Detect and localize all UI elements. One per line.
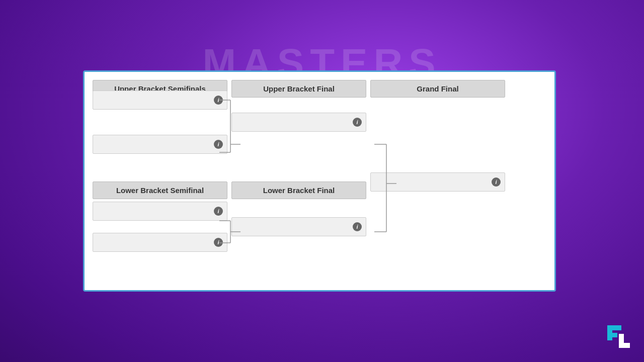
- lb-final-match: i: [231, 217, 366, 236]
- grand-final-header: Grand Final: [370, 80, 505, 98]
- lower-final-header: Lower Bracket Final: [231, 182, 366, 199]
- ub-semis-match2: i: [93, 135, 227, 154]
- upper-final-header: Upper Bracket Final: [231, 80, 366, 98]
- svg-rect-16: [607, 325, 621, 330]
- lb-semis-match-top: i: [93, 202, 227, 221]
- lb-semis-match-bottom-info[interactable]: i: [214, 238, 223, 247]
- ub-final-match-info[interactable]: i: [353, 118, 362, 127]
- fl-logo-icon: [605, 323, 635, 353]
- lower-semifinal-header: Lower Bracket Semifinal: [93, 182, 227, 199]
- grand-final-match-info[interactable]: i: [492, 177, 501, 187]
- grand-final-match: i: [370, 172, 505, 192]
- svg-rect-19: [619, 343, 630, 348]
- lb-final-match-info[interactable]: i: [353, 222, 362, 231]
- bracket-card: Upper Bracket Semifinals Upper Bracket F…: [83, 70, 556, 292]
- svg-rect-17: [607, 333, 617, 337]
- lb-semis-match-bottom: i: [93, 233, 227, 252]
- ub-semis-match2-info[interactable]: i: [214, 140, 223, 149]
- ub-semis-match1-info[interactable]: i: [214, 96, 223, 105]
- logo: [605, 323, 635, 353]
- ub-final-match: i: [231, 113, 366, 132]
- ub-semis-match1: i: [93, 90, 227, 110]
- lb-semis-match-top-info[interactable]: i: [214, 207, 223, 216]
- lower-headers: Lower Bracket Semifinal Lower Bracket Fi…: [93, 182, 366, 199]
